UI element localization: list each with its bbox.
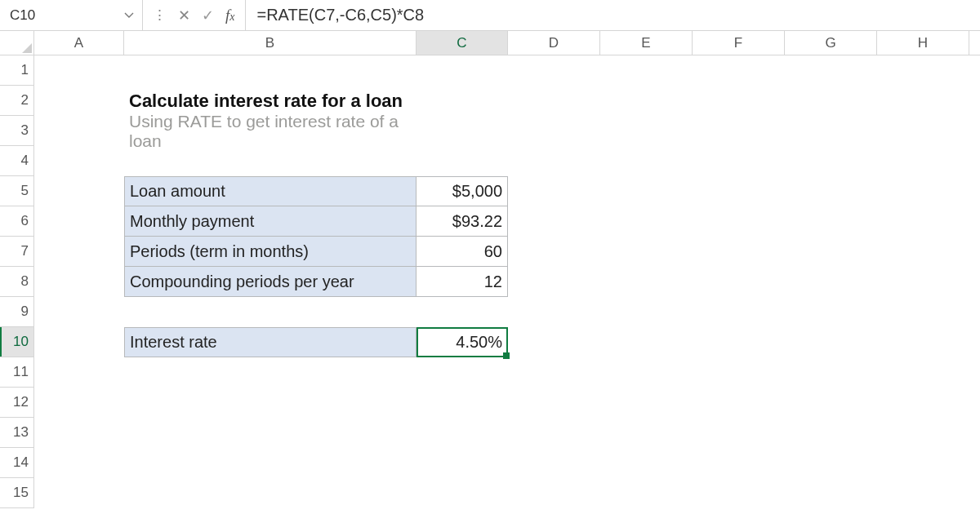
row-header-10[interactable]: 10 [0, 327, 34, 357]
row-header-1[interactable]: 1 [0, 55, 34, 86]
cell-A8[interactable] [34, 267, 124, 297]
cell-B5[interactable]: Loan amount [124, 176, 416, 206]
chevron-down-icon[interactable] [116, 6, 142, 24]
label: Loan amount [130, 182, 225, 201]
value: $5,000 [452, 182, 502, 201]
label: Compounding periods per year [130, 273, 354, 291]
row-header-9[interactable]: 9 [0, 297, 34, 327]
column-header-E[interactable]: E [600, 31, 693, 55]
row-header-13[interactable]: 13 [0, 418, 34, 448]
cell-A3[interactable] [34, 116, 124, 146]
cell-B7[interactable]: Periods (term in months) [124, 237, 416, 267]
cell-A7[interactable] [34, 237, 124, 267]
value: 12 [484, 273, 502, 291]
value: 60 [484, 242, 502, 261]
column-header-G[interactable]: G [785, 31, 877, 55]
value: $93.22 [452, 212, 502, 231]
cell-B6[interactable]: Monthly payment [124, 206, 416, 237]
cancel-formula-icon[interactable]: ✕ [178, 7, 190, 24]
row-header-11[interactable]: 11 [0, 357, 34, 388]
formula-bar: C10 ⋮ ✕ ✓ fx =RATE(C7,-C6,C5)*C8 [0, 0, 980, 31]
name-box[interactable]: C10 [0, 0, 143, 30]
cell-C6[interactable]: $93.22 [416, 206, 508, 237]
cell-C5[interactable]: $5,000 [416, 176, 508, 206]
column-header-H[interactable]: H [877, 31, 969, 55]
label: Monthly payment [130, 212, 254, 231]
cell-C7[interactable]: 60 [416, 237, 508, 267]
select-all-corner[interactable] [0, 31, 34, 55]
cell-B8[interactable]: Compounding periods per year [124, 267, 416, 297]
name-box-value: C10 [10, 7, 116, 24]
label: Interest rate [130, 333, 217, 352]
column-header-D[interactable]: D [508, 31, 600, 55]
column-header-F[interactable]: F [693, 31, 785, 55]
row-header-4[interactable]: 4 [0, 146, 34, 176]
label: Periods (term in months) [130, 242, 309, 261]
cell-A6[interactable] [34, 206, 124, 237]
cell-B10[interactable]: Interest rate [124, 327, 416, 357]
cell-A2[interactable] [34, 86, 124, 116]
title-text: Calculate interest rate for a loan [129, 91, 403, 112]
cell-A5[interactable] [34, 176, 124, 206]
cell-C10[interactable]: 4.50% [416, 327, 508, 357]
cell-A10[interactable] [34, 327, 124, 357]
cell-C8[interactable]: 12 [416, 267, 508, 297]
spreadsheet-grid: A B C D E F G H 1 2 Calculate interest r… [0, 31, 980, 508]
accept-formula-icon[interactable]: ✓ [202, 7, 214, 24]
column-header-C[interactable]: C [416, 31, 508, 55]
column-header-row: A B C D E F G H [0, 31, 980, 55]
vertical-dots-icon[interactable]: ⋮ [153, 7, 167, 24]
row-header-8[interactable]: 8 [0, 267, 34, 297]
value: 4.50% [456, 333, 502, 352]
rows-area: 1 2 Calculate interest rate for a loan 3… [0, 55, 980, 508]
fx-icon[interactable]: fx [225, 7, 235, 24]
column-header-A[interactable]: A [34, 31, 124, 55]
row-header-7[interactable]: 7 [0, 237, 34, 267]
formula-input[interactable]: =RATE(C7,-C6,C5)*C8 [246, 6, 981, 24]
row-header-14[interactable]: 14 [0, 448, 34, 478]
row-header-3[interactable]: 3 [0, 116, 34, 146]
row-header-2[interactable]: 2 [0, 86, 34, 116]
row-header-5[interactable]: 5 [0, 176, 34, 206]
subtitle-text: Using RATE to get interest rate of a loa… [129, 112, 416, 151]
cell-B3[interactable]: Using RATE to get interest rate of a loa… [124, 116, 416, 146]
row-header-15[interactable]: 15 [0, 478, 34, 508]
column-header-B[interactable]: B [124, 31, 416, 55]
formula-controls: ⋮ ✕ ✓ fx [143, 0, 246, 30]
row-header-6[interactable]: 6 [0, 206, 34, 237]
row-header-12[interactable]: 12 [0, 388, 34, 418]
